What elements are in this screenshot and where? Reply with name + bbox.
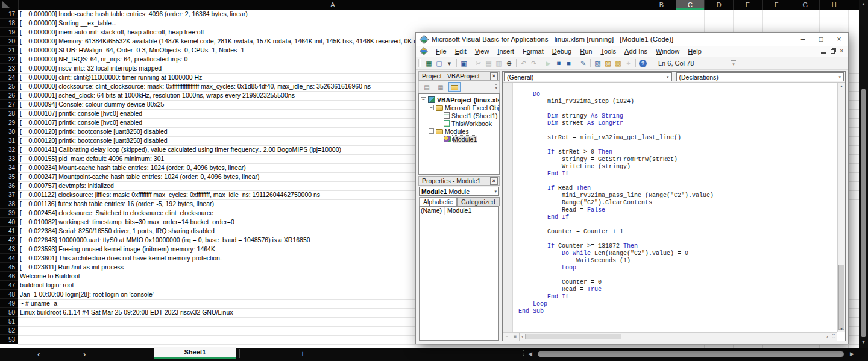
row-number-49[interactable]: 49	[0, 299, 18, 308]
tree-item-sheet1-sheet1-[interactable]: Sheet1 (Sheet1)	[419, 111, 499, 119]
cell-a25[interactable]: [ 0.000000] clocksource: clint_clocksour…	[20, 82, 371, 91]
row-number-47[interactable]: 47	[0, 281, 18, 290]
find-icon[interactable]: ⊕	[504, 58, 514, 68]
procedure-dropdown[interactable]: (Declarations) ▾	[676, 72, 844, 81]
project-panel-header[interactable]: Project - VBAProject ×	[418, 71, 500, 81]
horizontal-scroll-thumb[interactable]	[538, 351, 844, 357]
cell-a42[interactable]: [ 0.022643] 10000000.uart: ttyS0 at MMIO…	[20, 236, 310, 245]
menu-run[interactable]: Run	[576, 46, 596, 56]
row-number-32[interactable]: 32	[0, 145, 18, 154]
cell-a23[interactable]: [ 0.000000] riscv-intc: 32 local interru…	[20, 64, 162, 73]
cell-a37[interactable]: [ 0.001122] clocksource: jiffies: mask: …	[20, 190, 320, 199]
scroll-up-icon[interactable]: ▲	[838, 84, 845, 88]
cell-a44[interactable]: [ 0.023601] This architecture does not h…	[20, 254, 222, 263]
project-panel-close-icon[interactable]: ×	[490, 72, 498, 80]
row-number-23[interactable]: 23	[0, 64, 18, 73]
reset-icon[interactable]: ■	[564, 58, 574, 68]
row-number-20[interactable]: 20	[0, 37, 18, 46]
row-number-26[interactable]: 26	[0, 91, 18, 100]
minimize-button[interactable]: –	[794, 33, 812, 46]
cell-a38[interactable]: [ 0.001136] futex hash table entries: 16…	[20, 199, 214, 209]
cell-a46[interactable]: Welcome to Buildroot	[20, 272, 80, 281]
scrollbar-dots-icon[interactable]: ⋮	[520, 349, 527, 357]
row-number-52[interactable]: 52	[0, 326, 18, 335]
row-number-39[interactable]: 39	[0, 209, 18, 218]
tab-alphabetic[interactable]: Alphabetic	[419, 197, 457, 206]
cell-a17[interactable]: [ 0.000000] Inode-cache hash table entri…	[20, 10, 248, 19]
menu-file[interactable]: File	[432, 46, 451, 56]
property-value[interactable]: Module1	[445, 207, 474, 215]
properties-panel-close-icon[interactable]: ×	[490, 177, 498, 185]
scroll-down-icon[interactable]: ▼	[859, 340, 868, 344]
row-number-22[interactable]: 22	[0, 55, 18, 64]
resize-grip-icon[interactable]: ⠿	[830, 333, 837, 341]
tree-item-module1[interactable]: Module1	[419, 135, 499, 143]
cell-a20[interactable]: [ 0.000000] Memory: 61384K/65532K availa…	[20, 37, 454, 46]
cell-a47[interactable]: buildroot login: root	[20, 281, 74, 290]
vba-titlebar[interactable]: Microsoft Visual Basic for Applications …	[416, 33, 848, 46]
code-hscroll-thumb[interactable]	[525, 334, 621, 339]
menu-addins[interactable]: Add-Ins	[620, 46, 652, 56]
cell-a22[interactable]: [ 0.000000] NR_IRQS: 64, nr_irqs: 64, pr…	[20, 55, 187, 64]
column-header-d[interactable]: D	[704, 0, 733, 10]
properties-object-dropdown[interactable]: Module1 Module ▾	[419, 187, 499, 196]
mdi-minimize-icon[interactable]	[821, 49, 826, 54]
cell-a26[interactable]: [ 0.000001] sched_clock: 64 bits at 1000…	[20, 91, 295, 100]
vertical-scroll-thumb[interactable]	[861, 89, 866, 337]
add-sheet-icon[interactable]: +	[300, 349, 305, 359]
properties-grid[interactable]: (Name)Module1	[419, 206, 499, 341]
mdi-close-icon[interactable]: ×	[840, 48, 843, 54]
toolbar-grip[interactable]	[418, 59, 421, 67]
close-button[interactable]: ×	[830, 33, 848, 46]
cell-a40[interactable]: [ 0.010082] workingset: timestamp_bits=3…	[20, 218, 234, 227]
tree-item-microsoft-excel-objects[interactable]: −Microsoft Excel Objects	[419, 104, 499, 111]
object-dropdown[interactable]: (General) ▾	[504, 72, 672, 81]
column-header-c[interactable]: C	[676, 0, 705, 10]
toolbar-overflow-icon[interactable]: ▾	[731, 60, 736, 67]
row-number-36[interactable]: 36	[0, 181, 18, 190]
menu-tools[interactable]: Tools	[596, 46, 620, 56]
properties-window-icon[interactable]: ▨	[603, 58, 613, 68]
scroll-right-icon[interactable]: ▶	[850, 351, 854, 357]
tree-item-modules[interactable]: −Modules	[419, 127, 499, 135]
row-number-25[interactable]: 25	[0, 82, 18, 91]
menu-format[interactable]: Format	[518, 46, 548, 56]
menu-view[interactable]: View	[471, 46, 494, 56]
column-header-a[interactable]: A	[18, 0, 647, 10]
menu-window[interactable]: Window	[652, 46, 684, 56]
scroll-left-icon[interactable]: ◀	[528, 351, 532, 357]
row-number-18[interactable]: 18	[0, 19, 18, 28]
row-number-45[interactable]: 45	[0, 263, 18, 272]
cell-a35[interactable]: [ 0.000247] Mountpoint-cache hash table …	[20, 172, 260, 181]
sheet-tab-sheet1[interactable]: Sheet1	[154, 347, 236, 359]
row-number-43[interactable]: 43	[0, 245, 18, 254]
row-number-24[interactable]: 24	[0, 73, 18, 82]
row-number-41[interactable]: 41	[0, 227, 18, 236]
row-number-48[interactable]: 48	[0, 290, 18, 299]
tree-expander-icon[interactable]: −	[421, 97, 426, 102]
object-browser-icon[interactable]: ▩	[613, 58, 623, 68]
row-number-46[interactable]: 46	[0, 272, 18, 281]
column-header-h[interactable]: H	[819, 0, 848, 10]
view-code-icon[interactable]: ▤	[421, 82, 433, 92]
design-mode-icon[interactable]: ✎	[578, 58, 588, 68]
save-icon[interactable]: ▣	[459, 58, 469, 68]
row-number-27[interactable]: 27	[0, 100, 18, 109]
cell-a45[interactable]: [ 0.023611] Run /init as init process	[20, 263, 124, 272]
scroll-left-icon[interactable]: ‹	[520, 334, 525, 340]
prev-sheet-icon[interactable]: ‹	[37, 350, 40, 359]
procedure-view-icon[interactable]: ≡	[503, 333, 511, 341]
cell-a34[interactable]: [ 0.000234] Mount-cache hash table entri…	[20, 163, 246, 172]
help-icon[interactable]: ?	[639, 60, 647, 67]
tree-expander-icon[interactable]: −	[429, 128, 434, 134]
cell-a33[interactable]: [ 0.000155] pid_max: default: 4096 minim…	[20, 154, 164, 163]
code-editor[interactable]: Do mini_rv32ima_step (1024) Dim stringy …	[503, 83, 837, 332]
tree-expander-icon[interactable]: −	[429, 105, 434, 110]
menu-help[interactable]: Help	[684, 46, 706, 56]
cell-a48[interactable]: Jan 1 00:00:00 login[28]: root login on …	[20, 290, 154, 299]
cell-a18[interactable]: [ 0.000000] Sorting __ex_table...	[20, 19, 117, 28]
cell-a27[interactable]: [ 0.000094] Console: colour dummy device…	[20, 100, 164, 109]
properties-panel-header[interactable]: Properties - Module1 ×	[418, 176, 500, 186]
break-icon[interactable]: ▮▮	[553, 58, 564, 68]
column-header-f[interactable]: F	[762, 0, 791, 10]
